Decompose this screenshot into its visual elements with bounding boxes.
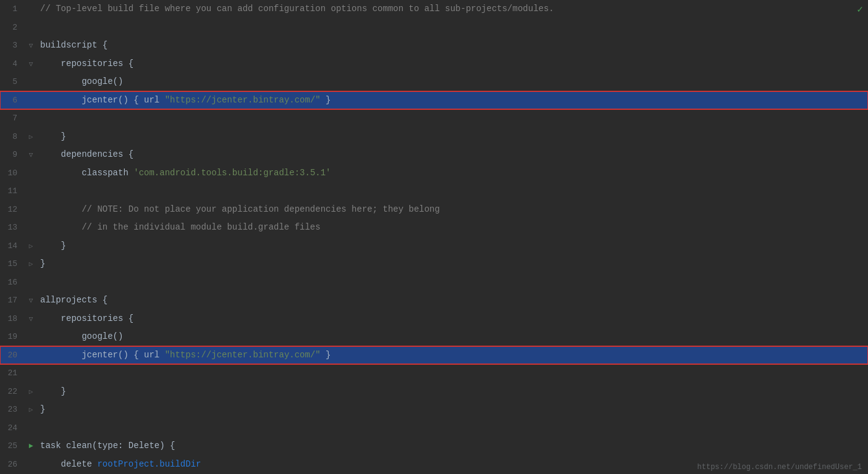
line-gutter-15: ▷ bbox=[25, 260, 37, 268]
code-line-13: 13 // in the individual module build.gra… bbox=[0, 218, 868, 237]
code-line-6: 6 jcenter() { url "https://jcenter.bintr… bbox=[0, 91, 868, 110]
line-number-15: 15 bbox=[0, 259, 25, 268]
line-number-26: 26 bbox=[0, 460, 25, 469]
code-line-5: 5 google() bbox=[0, 73, 868, 91]
line-content-14[interactable]: } bbox=[37, 237, 868, 256]
line-content-3[interactable]: buildscript { bbox=[37, 36, 868, 55]
line-number-21: 21 bbox=[0, 368, 25, 378]
line-content-20[interactable]: jcenter() { url "https://jcenter.bintray… bbox=[37, 346, 868, 365]
line-content-10[interactable]: classpath 'com.android.tools.build:gradl… bbox=[37, 164, 868, 183]
line-number-9: 9 bbox=[0, 150, 25, 159]
line-number-11: 11 bbox=[0, 186, 25, 196]
code-line-20: 20 jcenter() { url "https://jcenter.bint… bbox=[0, 346, 868, 365]
line-content-6[interactable]: jcenter() { url "https://jcenter.bintray… bbox=[37, 91, 868, 110]
line-number-19: 19 bbox=[0, 332, 25, 341]
line-number-10: 10 bbox=[0, 168, 25, 178]
line-gutter-25: ► bbox=[25, 442, 37, 451]
code-line-11: 11 bbox=[0, 182, 868, 201]
line-number-2: 2 bbox=[0, 23, 25, 32]
code-line-17: 17▽allprojects { bbox=[0, 291, 868, 310]
code-line-15: 15▷} bbox=[0, 255, 868, 273]
line-content-19[interactable]: google() bbox=[37, 328, 868, 346]
code-line-2: 2 bbox=[0, 19, 868, 37]
line-gutter-9: ▽ bbox=[25, 151, 37, 159]
line-gutter-18: ▽ bbox=[25, 315, 37, 323]
code-line-1: 1// Top-level build file where you can a… bbox=[0, 0, 868, 19]
code-line-16: 16 bbox=[0, 273, 868, 292]
line-content-8[interactable]: } bbox=[37, 128, 868, 146]
line-gutter-22: ▷ bbox=[25, 388, 37, 396]
line-content-13[interactable]: // in the individual module build.gradle… bbox=[37, 218, 868, 237]
code-line-4: 4▽ repositories { bbox=[0, 55, 868, 73]
line-number-4: 4 bbox=[0, 59, 25, 69]
line-gutter-3: ▽ bbox=[25, 41, 37, 49]
line-number-20: 20 bbox=[0, 351, 25, 360]
code-line-12: 12 // NOTE: Do not place your applicatio… bbox=[0, 201, 868, 219]
code-line-24: 24 bbox=[0, 419, 868, 438]
bottom-bar: https://blog.csdn.net/undefinedUser_1 bbox=[691, 460, 868, 474]
line-content-16[interactable] bbox=[37, 273, 868, 292]
line-content-25[interactable]: task clean(type: Delete) { bbox=[37, 437, 868, 455]
line-content-4[interactable]: repositories { bbox=[37, 55, 868, 73]
line-number-14: 14 bbox=[0, 241, 25, 251]
line-content-24[interactable] bbox=[37, 419, 868, 438]
code-line-14: 14▷ } bbox=[0, 237, 868, 256]
code-line-18: 18▽ repositories { bbox=[0, 310, 868, 328]
line-gutter-14: ▷ bbox=[25, 242, 37, 250]
line-content-21[interactable] bbox=[37, 364, 868, 383]
line-content-17[interactable]: allprojects { bbox=[37, 291, 868, 310]
line-number-12: 12 bbox=[0, 205, 25, 214]
line-content-15[interactable]: } bbox=[37, 255, 868, 273]
line-number-16: 16 bbox=[0, 278, 25, 287]
line-content-7[interactable] bbox=[37, 109, 868, 128]
code-editor: 1// Top-level build file where you can a… bbox=[0, 0, 868, 474]
line-number-24: 24 bbox=[0, 423, 25, 433]
line-number-18: 18 bbox=[0, 314, 25, 323]
line-number-6: 6 bbox=[0, 96, 25, 105]
line-number-7: 7 bbox=[0, 114, 25, 123]
line-content-2[interactable] bbox=[37, 19, 868, 37]
line-gutter-4: ▽ bbox=[25, 60, 37, 68]
code-line-22: 22▷ } bbox=[0, 383, 868, 401]
code-line-10: 10 classpath 'com.android.tools.build:gr… bbox=[0, 164, 868, 183]
line-number-1: 1 bbox=[0, 4, 25, 14]
line-gutter-17: ▽ bbox=[25, 296, 37, 304]
line-number-23: 23 bbox=[0, 405, 25, 414]
code-line-9: 9▽ dependencies { bbox=[0, 146, 868, 164]
line-number-5: 5 bbox=[0, 77, 25, 86]
line-content-5[interactable]: google() bbox=[37, 73, 868, 91]
line-number-22: 22 bbox=[0, 387, 25, 396]
code-line-25: 25►task clean(type: Delete) { bbox=[0, 437, 868, 455]
code-line-21: 21 bbox=[0, 364, 868, 383]
code-line-23: 23▷} bbox=[0, 401, 868, 419]
line-gutter-8: ▷ bbox=[25, 133, 37, 141]
line-number-8: 8 bbox=[0, 132, 25, 141]
code-line-19: 19 google() bbox=[0, 328, 868, 346]
line-content-22[interactable]: } bbox=[37, 383, 868, 401]
line-content-12[interactable]: // NOTE: Do not place your application d… bbox=[37, 201, 868, 219]
line-gutter-23: ▷ bbox=[25, 405, 37, 414]
code-line-7: 7 bbox=[0, 109, 868, 128]
line-content-11[interactable] bbox=[37, 182, 868, 201]
line-number-3: 3 bbox=[0, 41, 25, 50]
line-number-17: 17 bbox=[0, 296, 25, 305]
line-content-1[interactable]: // Top-level build file where you can ad… bbox=[37, 0, 868, 19]
checkmark-icon: ✓ bbox=[857, 3, 863, 15]
code-line-3: 3▽buildscript { bbox=[0, 36, 868, 55]
code-line-8: 8▷ } bbox=[0, 128, 868, 146]
line-content-9[interactable]: dependencies { bbox=[37, 146, 868, 164]
line-content-18[interactable]: repositories { bbox=[37, 310, 868, 328]
line-content-23[interactable]: } bbox=[37, 401, 868, 419]
line-number-25: 25 bbox=[0, 441, 25, 451]
line-number-13: 13 bbox=[0, 223, 25, 232]
